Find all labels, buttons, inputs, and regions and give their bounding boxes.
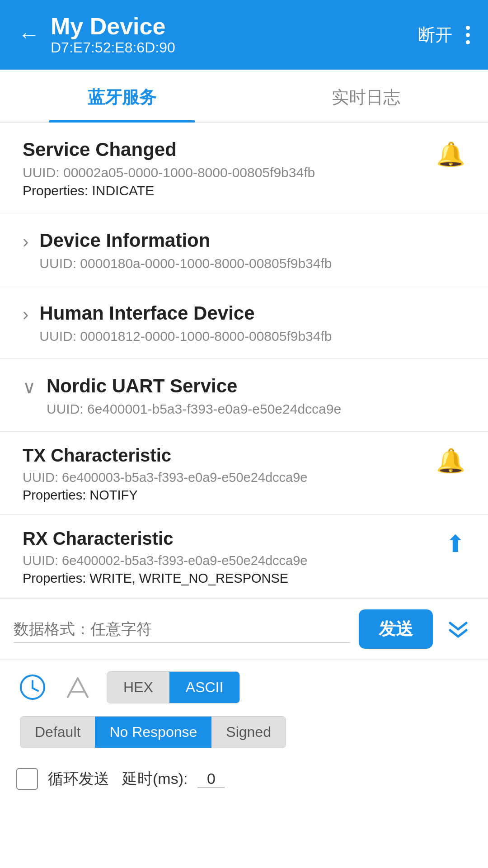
nordic-uart-service-name: Nordic UART Service [47,375,465,397]
header-title-block: My Device D7:E7:52:E8:6D:90 [51,14,175,56]
tab-ble-service[interactable]: 蓝牙服务 [0,70,244,122]
group-item-nordic-uart-service: ∨ Nordic UART Service UUID: 6e400001-b5a… [0,359,488,598]
tx-characteristic-name: TX Characteristic [23,445,436,466]
human-interface-device-chevron: › [23,305,28,323]
human-interface-device-name: Human Interface Device [39,302,465,324]
characteristic-item-tx: TX Characteristic UUID: 6e400003-b5a3-f3… [0,431,488,514]
characteristic-item-rx: RX Characteristic UUID: 6e400002-b5a3-f3… [0,514,488,598]
no-response-button[interactable]: No Response [95,717,211,748]
loop-label: 循环发送 [48,769,109,789]
loop-delay-label: 延时(ms): [122,769,188,789]
group-item-device-information: › Device Information UUID: 0000180a-0000… [0,213,488,286]
clock-icon[interactable] [16,671,49,703]
send-input[interactable] [14,616,350,643]
device-information-name: Device Information [39,230,465,251]
loop-checkbox[interactable] [16,768,38,790]
service-changed-header: Service Changed UUID: 00002a05-0000-1000… [23,139,465,198]
default-button[interactable]: Default [20,717,95,748]
hex-button[interactable]: HEX [107,672,169,703]
more-menu-button[interactable] [466,26,470,44]
bottom-toolbar: HEX ASCII Default No Response Signed [0,660,488,759]
page-title: My Device [51,14,175,39]
human-interface-device-header[interactable]: › Human Interface Device UUID: 00001812-… [0,286,488,359]
human-interface-device-uuid: UUID: 00001812-0000-1000-8000-00805f9b34… [39,329,465,344]
ascii-button[interactable]: ASCII [169,672,240,703]
service-item-service-changed: Service Changed UUID: 00002a05-0000-1000… [0,123,488,213]
service-changed-name: Service Changed [23,139,436,160]
nordic-uart-service-uuid: UUID: 6e400001-b5a3-f393-e0a9-e50e24dcca… [47,401,465,417]
service-changed-props-value: INDICATE [92,183,154,198]
device-information-uuid: UUID: 0000180a-0000-1000-8000-00805f9b34… [39,256,465,271]
loop-row: 循环发送 延时(ms): 0 [0,759,488,803]
rx-props-value: WRITE, WRITE_NO_RESPONSE [89,571,288,585]
service-changed-uuid: UUID: 00002a05-0000-1000-8000-00805f9b34… [23,165,436,180]
signed-button[interactable]: Signed [211,717,286,748]
tab-bar: 蓝牙服务 实时日志 [0,70,488,123]
header-right: 断开 [418,24,470,47]
tx-characteristic-content: TX Characteristic UUID: 6e400003-b5a3-f3… [23,445,436,503]
tx-characteristic-bell-icon[interactable]: 🔔 [436,447,465,475]
nordic-uart-service-header[interactable]: ∨ Nordic UART Service UUID: 6e400001-b5a… [0,359,488,431]
rx-characteristic-upload-icon[interactable]: ⬆ [446,530,465,557]
dot-2 [466,33,470,37]
header: ← My Device D7:E7:52:E8:6D:90 断开 [0,0,488,70]
encoding-toggle: HEX ASCII [107,671,240,703]
rx-characteristic-content: RX Characteristic UUID: 6e400002-b5a3-f3… [23,528,446,586]
send-icon[interactable] [61,671,94,703]
rx-characteristic-name: RX Characteristic [23,528,446,549]
nordic-uart-service-chevron: ∨ [23,378,36,396]
device-information-chevron: › [23,232,28,250]
group-item-human-interface-device: › Human Interface Device UUID: 00001812-… [0,286,488,359]
write-mode-toggle: Default No Response Signed [20,716,286,748]
expand-down-button[interactable] [442,616,474,643]
dot-3 [466,40,470,44]
tx-props-label: Properties: [23,488,89,502]
device-information-info: Device Information UUID: 0000180a-0000-1… [39,230,465,271]
service-list: Service Changed UUID: 00002a05-0000-1000… [0,123,488,598]
rx-props-label: Properties: [23,571,89,585]
tx-props-value: NOTIFY [89,488,137,502]
human-interface-device-info: Human Interface Device UUID: 00001812-00… [39,302,465,344]
service-changed-content: Service Changed UUID: 00002a05-0000-1000… [23,139,436,198]
service-changed-bell-icon[interactable]: 🔔 [436,141,465,168]
back-button[interactable]: ← [18,24,40,46]
tab-realtime-log[interactable]: 实时日志 [244,70,488,122]
send-button[interactable]: 发送 [359,609,433,649]
rx-characteristic-uuid: UUID: 6e400002-b5a3-f393-e0a9-e50e24dcca… [23,553,446,568]
send-bar: 发送 [0,598,488,660]
device-information-header[interactable]: › Device Information UUID: 0000180a-0000… [0,213,488,286]
rx-characteristic-props: Properties: WRITE, WRITE_NO_RESPONSE [23,571,446,586]
tx-characteristic-uuid: UUID: 6e400003-b5a3-f393-e0a9-e50e24dcca… [23,470,436,485]
header-left: ← My Device D7:E7:52:E8:6D:90 [18,14,175,56]
service-changed-props-label: Properties: [23,183,92,198]
tx-characteristic-props: Properties: NOTIFY [23,488,436,503]
service-changed-props: Properties: INDICATE [23,183,436,198]
disconnect-button[interactable]: 断开 [418,24,452,47]
device-mac: D7:E7:52:E8:6D:90 [51,39,175,56]
dot-1 [466,26,470,30]
svg-line-2 [33,688,38,691]
nordic-uart-service-info: Nordic UART Service UUID: 6e400001-b5a3-… [47,375,465,417]
loop-delay-value[interactable]: 0 [197,770,225,788]
